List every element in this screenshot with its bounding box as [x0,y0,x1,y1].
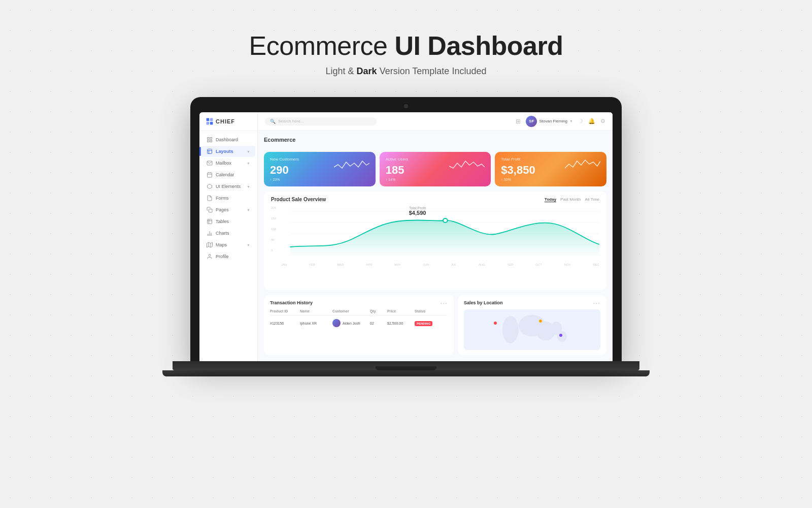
x-label: FEB [309,263,315,266]
chart-tab-all-time[interactable]: All Time [585,197,599,202]
col-qty: Qty [370,309,385,313]
calendar-icon [207,172,213,178]
section-menu-icon[interactable]: ··· [440,301,448,305]
topbar-right: SF Stovan Fleming ▼ ☽ 🔔 ⚙ [526,116,605,127]
bar-chart-icon [207,230,213,236]
y-label: 200 [271,206,276,209]
svg-rect-2 [207,122,210,125]
settings-icon[interactable]: ⚙ [600,118,605,124]
search-box[interactable]: 🔍 Search here... [265,117,377,125]
sparkline-blue [334,157,369,175]
stat-card-left: New Customers 290 ↑ 23% [270,157,299,181]
svg-rect-3 [210,122,213,125]
table-row: #123156 Iphone XR Aiden Josh 02 $2,500.0… [270,318,448,329]
page-wrapper: Ecommerce UI Dashboard Light & Dark Vers… [0,0,812,376]
sales-location-title: Sales by Location [464,300,503,305]
sidebar-item-dashboard[interactable]: Dashboard [201,134,255,145]
dashboard-page-title: Ecommerce [264,137,606,143]
svg-point-34 [557,331,567,342]
x-label: JUN [423,263,429,266]
svg-marker-20 [207,242,213,247]
x-label: MAY [394,263,401,266]
chart-tab-today[interactable]: Today [545,197,556,202]
chevron-icon: ▼ [247,243,250,247]
sidebar-item-label: Tables [216,219,250,224]
svg-rect-15 [209,209,213,213]
stat-card-left: Active Users 185 ↑ 14% [386,157,409,181]
sidebar-item-mailbox[interactable]: Mailbox ▼ [201,157,255,169]
col-customer: Customer [332,309,368,313]
chevron-icon: ▼ [247,162,250,165]
user-dropdown-icon[interactable]: ▼ [569,119,573,123]
chart-section: Product Sale Overview Today Past Month A… [264,192,606,290]
y-label: 100 [271,228,276,231]
user-info[interactable]: SF Stovan Fleming ▼ [526,116,573,127]
section-menu-icon[interactable]: ··· [593,301,600,305]
tooltip-value: $4,590 [409,210,426,216]
sidebar-item-tables[interactable]: Tables [201,216,255,227]
x-label: NOV [564,263,571,266]
chart-area: 200 150 100 50 0 [271,206,599,262]
map-area [464,309,600,350]
chart-title: Product Sale Overview [271,197,326,202]
dashboard-inner: Ecommerce New Customers 290 ↑ 23% [258,131,613,361]
sidebar-item-layouts[interactable]: Layouts ▼ [201,146,255,157]
sidebar-item-pages[interactable]: Pages ▼ [201,204,255,215]
layout-icon [207,148,213,154]
sales-location-section: Sales by Location ··· [458,295,606,355]
stat-label: New Customers [270,157,299,162]
map-dot-orange [539,320,542,323]
stat-change: ↑ 23% [270,178,299,181]
stat-change: ↑ 30% [501,178,535,181]
stat-label: Total Profit [501,157,535,162]
sidebar-item-maps[interactable]: Maps ▼ [201,239,255,250]
sidebar-item-label: Charts [216,231,250,236]
sidebar-item-charts[interactable]: Charts [201,228,255,239]
grid-icon [207,137,213,143]
x-label: DEC [593,263,599,266]
cell-product-id: #123156 [270,322,298,325]
cell-qty: 02 [370,322,385,325]
sidebar-item-forms[interactable]: Forms [201,193,255,204]
subtitle-normal: Light & [326,66,357,76]
main-content: 🔍 Search here... ⊞ SF Stovan Fleming ▼ [258,112,613,361]
sidebar-item-label: Pages [216,207,244,212]
y-label: 150 [271,217,276,220]
stat-card-profit: Total Profit $3,850 ↑ 30% [495,152,606,186]
sidebar-logo: CHIEF [199,112,257,131]
sidebar-item-label: Forms [216,196,250,201]
svg-point-30 [502,316,519,343]
stat-change: ↑ 14% [386,178,409,181]
chart-tab-past-month[interactable]: Past Month [560,197,581,202]
bell-icon[interactable]: 🔔 [588,118,595,124]
section-header: Sales by Location ··· [464,300,600,305]
x-label: SEP [507,263,514,266]
file-icon [207,195,213,201]
sidebar-item-label: Dashboard [216,137,250,142]
stat-value: 185 [386,164,409,177]
title-normal: Ecommerce [249,31,395,60]
chart-svg [271,206,599,262]
sidebar-item-ui-elements[interactable]: UI Elements ▼ [201,181,255,192]
sidebar-item-profile[interactable]: Profile [201,251,255,262]
customer-avatar [332,319,341,327]
chart-tooltip: Total Profit $4,590 [409,206,426,216]
svg-point-23 [209,255,211,257]
box-icon [207,183,213,189]
status-badge-pending: PENDING [415,321,432,326]
tooltip-label: Total Profit [409,206,426,210]
moon-icon[interactable]: ☽ [578,118,583,124]
x-label: APR [366,263,372,266]
sidebar-item-calendar[interactable]: Calendar [201,169,255,180]
sparkline-pink [449,157,485,175]
x-label: AUG [479,263,485,266]
stat-value: $3,850 [501,164,535,177]
subtitle-end: Version Template Included [377,66,487,76]
copy-icon [207,207,213,213]
logo-icon [206,117,214,125]
svg-rect-1 [210,118,213,121]
grid-view-icon[interactable]: ⊞ [516,118,521,125]
logo-text: CHIEF [216,118,235,124]
stat-card-customers: New Customers 290 ↑ 23% [264,152,376,186]
laptop-screen-frame: CHIEF Dashboard [190,97,622,361]
